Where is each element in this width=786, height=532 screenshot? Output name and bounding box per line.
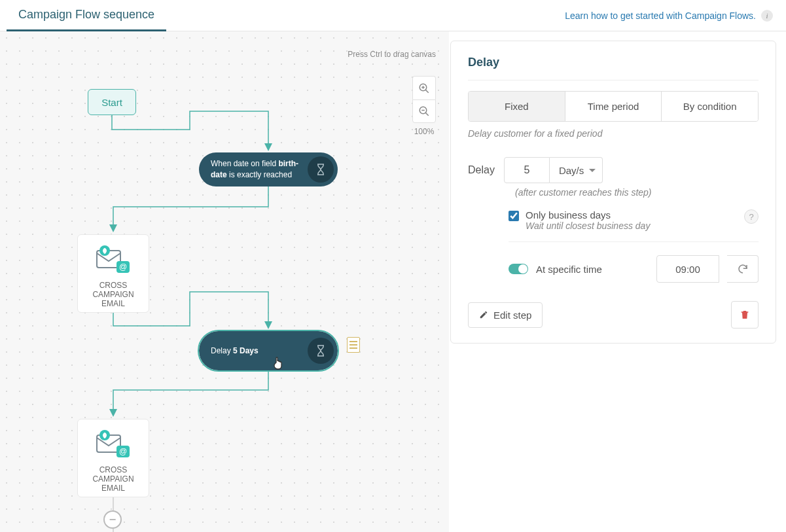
tab-time-period[interactable]: Time period: [565, 92, 662, 121]
email-node-label: CROSS CAMPAIGN EMAIL: [82, 281, 145, 308]
canvas-hint: Press Ctrl to drag canvas: [348, 50, 436, 59]
zoom-controls: 100%: [412, 76, 436, 136]
hourglass-icon: [308, 156, 334, 183]
edit-step-button[interactable]: Edit step: [468, 302, 543, 328]
hourglass-icon: [308, 338, 334, 364]
refresh-icon: [737, 263, 749, 275]
zoom-in-button[interactable]: [412, 76, 436, 99]
canvas[interactable]: Press Ctrl to drag canvas 100% Start Whe…: [0, 31, 449, 532]
divider: [509, 241, 759, 242]
svg-line-5: [425, 113, 429, 116]
time-reset-button[interactable]: [727, 255, 759, 283]
flow-node-email-2[interactable]: @ CROSS CAMPAIGN EMAIL: [77, 419, 149, 497]
delay-value-input[interactable]: [504, 157, 550, 183]
trash-icon: [740, 309, 750, 321]
cursor-hand-icon: [272, 356, 285, 370]
business-days-checkbox[interactable]: [509, 211, 519, 221]
header: Campaign Flow sequence Learn how to get …: [0, 0, 786, 31]
properties-panel: Delay Fixed Time period By condition Del…: [450, 41, 776, 344]
flow-node-email-1[interactable]: @ CROSS CAMPAIGN EMAIL: [77, 234, 149, 313]
delay-text: Delay 5 Days: [211, 346, 259, 357]
flow-node-delay[interactable]: Delay 5 Days: [199, 331, 338, 370]
condition-text: When date on field birth-date is exactly…: [211, 158, 304, 181]
flow-connectors: [0, 31, 449, 532]
business-days-sublabel: Wait until closest business day: [526, 221, 650, 231]
flow-node-date-condition[interactable]: When date on field birth-date is exactly…: [199, 152, 338, 186]
zoom-out-icon: [418, 105, 430, 117]
specific-time-toggle[interactable]: [509, 264, 528, 274]
divider: [468, 80, 759, 80]
flow-node-remove[interactable]: −: [103, 510, 122, 529]
tab-by-condition[interactable]: By condition: [661, 92, 758, 121]
delay-type-tabs: Fixed Time period By condition: [468, 91, 759, 122]
specific-time-label: At specific time: [536, 264, 602, 275]
zoom-out-button[interactable]: [412, 99, 436, 123]
tab-description: Delay customer for a fixed period: [468, 128, 759, 139]
zoom-level: 100%: [414, 127, 435, 136]
svg-text:@: @: [119, 447, 127, 456]
flow-node-start[interactable]: Start: [88, 89, 136, 115]
email-icon: @: [96, 244, 131, 275]
delay-label: Delay: [468, 164, 495, 176]
delay-unit-select[interactable]: Day/s: [550, 157, 603, 183]
svg-text:@: @: [119, 262, 127, 272]
help-link[interactable]: Learn how to get started with Campaign F…: [565, 10, 773, 22]
pencil-icon: [479, 310, 488, 319]
copy-icon[interactable]: [347, 337, 360, 353]
edit-step-label: Edit step: [493, 310, 531, 321]
delete-button[interactable]: [731, 301, 759, 328]
delay-note: (after customer reaches this step): [515, 187, 759, 198]
page-title-tab[interactable]: Campaign Flow sequence: [7, 0, 166, 31]
svg-line-1: [425, 90, 429, 93]
tab-fixed[interactable]: Fixed: [469, 92, 565, 121]
panel-title: Delay: [468, 56, 759, 69]
help-link-text: Learn how to get started with Campaign F…: [565, 10, 756, 21]
zoom-in-icon: [418, 82, 430, 94]
email-icon: @: [96, 429, 131, 460]
info-icon: i: [761, 10, 773, 22]
business-days-label: Only business days: [526, 209, 650, 221]
time-input[interactable]: [656, 255, 719, 283]
email-node-label: CROSS CAMPAIGN EMAIL: [82, 465, 145, 493]
help-icon[interactable]: ?: [744, 209, 759, 224]
